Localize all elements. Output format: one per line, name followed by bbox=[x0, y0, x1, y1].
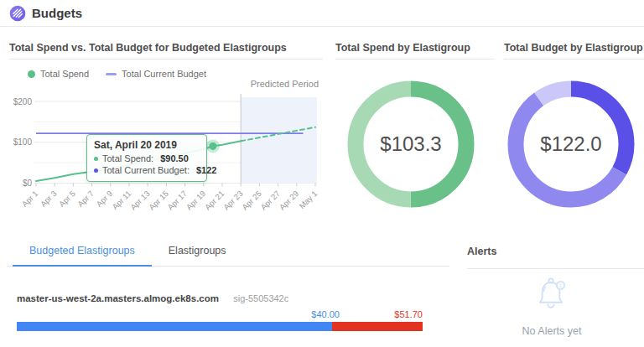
green-bullet-icon bbox=[94, 157, 98, 161]
tooltip-total-spend: Total Spend: $90.50 bbox=[94, 153, 200, 164]
svg-text:Apr 13: Apr 13 bbox=[128, 189, 152, 212]
budget-bar-labels: $40.00 $51.70 bbox=[17, 309, 423, 320]
alerts-title: Alerts bbox=[467, 246, 496, 257]
overspend-bar-segment bbox=[332, 322, 423, 331]
svg-text:$200: $200 bbox=[13, 97, 33, 106]
spend-bar-segment bbox=[17, 322, 332, 331]
svg-text:Apr 27: Apr 27 bbox=[258, 189, 282, 212]
purple-bullet-icon bbox=[94, 168, 98, 173]
spot-logo-icon bbox=[8, 4, 27, 23]
total-budget-donut-title: Total Budget by Elastigroup bbox=[504, 42, 643, 54]
green-dot-icon bbox=[28, 70, 35, 78]
svg-text:Apr 1: Apr 1 bbox=[20, 189, 40, 209]
elastigroup-name: master-us-west-2a.masters.almog.ek8s.com bbox=[17, 293, 219, 303]
svg-text:Apr 21: Apr 21 bbox=[203, 189, 226, 212]
alerts-section: Alerts 1 No Alerts yet bbox=[460, 235, 644, 347]
divider bbox=[335, 59, 495, 60]
svg-text:Apr 29: Apr 29 bbox=[278, 189, 301, 212]
bell-wrap: 1 bbox=[460, 277, 644, 317]
budget-bar: $40.00 $51.70 bbox=[17, 309, 423, 331]
legend-total-current-budget: Total Current Budget bbox=[106, 69, 206, 79]
total-spend-donut-title: Total Spend by Elastigroup bbox=[335, 42, 470, 54]
svg-text:Apr 15: Apr 15 bbox=[147, 189, 170, 212]
tooltip-total-budget: Total Current Budget: $122 bbox=[94, 164, 200, 176]
divider bbox=[467, 268, 644, 269]
svg-text:$100: $100 bbox=[13, 137, 33, 147]
svg-text:Apr 11: Apr 11 bbox=[110, 189, 132, 211]
overspend-amount-label: $51.70 bbox=[394, 309, 423, 319]
purple-line-icon bbox=[106, 73, 117, 75]
elastigroup-row[interactable]: master-us-west-2a.masters.almog.ek8s.com… bbox=[17, 293, 288, 303]
predicted-period-label: Predicted Period bbox=[251, 79, 319, 89]
svg-text:1: 1 bbox=[559, 282, 563, 288]
spend-vs-budget-section: Total Spend vs. Total Budget for Budgete… bbox=[7, 32, 325, 235]
total-spend-donut-chart[interactable]: $103.3 bbox=[344, 77, 478, 211]
no-alerts-message: No Alerts yet bbox=[460, 325, 644, 337]
svg-text:Apr 23: Apr 23 bbox=[221, 189, 245, 212]
total-budget-value: $122.0 bbox=[504, 77, 638, 211]
chart-legend: Total Spend Total Current Budget bbox=[28, 69, 206, 79]
total-budget-by-elastigroup-section: Total Budget by Elastigroup $122.0 bbox=[503, 32, 644, 235]
tab-elastigroups[interactable]: Elastigroups bbox=[152, 235, 243, 267]
budgets-dashboard: { "header": { "title": "Budgets", "logo"… bbox=[0, 0, 644, 347]
spend-stacked-bar bbox=[17, 322, 423, 331]
svg-text:Apr 7: Apr 7 bbox=[75, 189, 96, 209]
tooltip-date: Sat, April 20 2019 bbox=[94, 139, 200, 151]
elastigroup-sig: sig-5505342c bbox=[233, 293, 288, 303]
legend-total-spend: Total Spend bbox=[28, 69, 89, 79]
app-header: Budgets bbox=[0, 0, 644, 27]
svg-text:$0: $0 bbox=[23, 179, 33, 188]
tab-strip: Budgeted Elastigroups Elastigroups bbox=[7, 235, 449, 267]
total-spend-value: $103.3 bbox=[344, 77, 478, 211]
divider bbox=[9, 59, 323, 60]
svg-text:Apr 25: Apr 25 bbox=[240, 189, 263, 212]
svg-text:Apr 17: Apr 17 bbox=[165, 189, 189, 212]
svg-text:Apr 5: Apr 5 bbox=[57, 189, 77, 209]
total-budget-donut-chart[interactable]: $122.0 bbox=[504, 77, 638, 211]
svg-text:Apr 3: Apr 3 bbox=[39, 189, 59, 209]
tab-budgeted-elastigroups[interactable]: Budgeted Elastigroups bbox=[13, 235, 152, 267]
chart-tooltip: Sat, April 20 2019 Total Spend: $90.50 T… bbox=[86, 134, 207, 182]
page-title: Budgets bbox=[32, 0, 82, 26]
svg-text:May 1: May 1 bbox=[297, 189, 319, 210]
elastigroups-panel: Budgeted Elastigroups Elastigroups maste… bbox=[7, 235, 449, 347]
svg-text:Apr 19: Apr 19 bbox=[184, 189, 208, 212]
spend-amount-label: $40.00 bbox=[311, 309, 340, 319]
spend-vs-budget-title: Total Spend vs. Total Budget for Budgete… bbox=[9, 42, 287, 54]
total-spend-by-elastigroup-section: Total Spend by Elastigroup $103.3 bbox=[335, 32, 495, 235]
divider bbox=[504, 59, 644, 60]
bell-icon: 1 bbox=[535, 277, 569, 313]
